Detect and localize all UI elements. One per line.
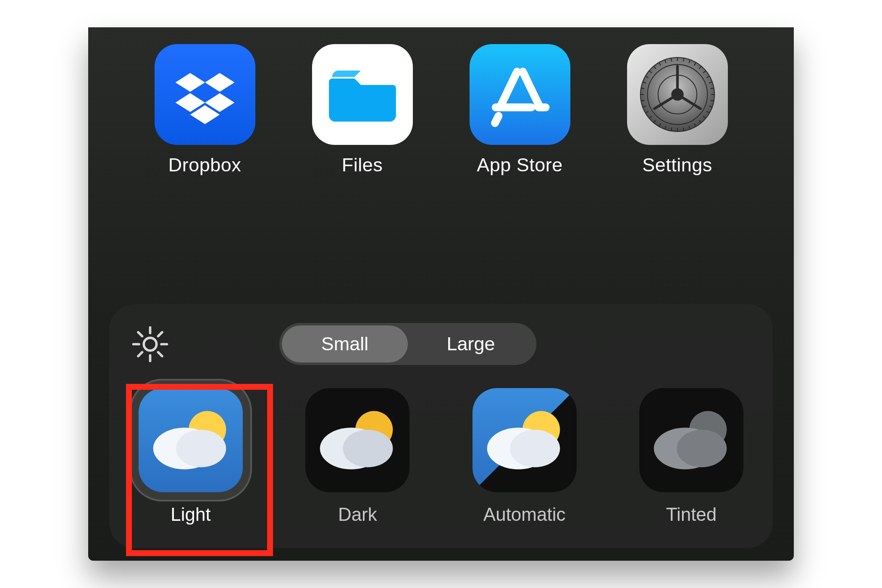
app-label: Settings [642, 154, 712, 176]
theme-option-tinted[interactable]: Tinted [639, 388, 743, 525]
svg-line-46 [641, 88, 644, 89]
appstore-icon [470, 44, 570, 145]
svg-line-28 [710, 100, 714, 101]
icon-size-segmented: Small Large [279, 323, 536, 365]
svg-line-19 [683, 58, 683, 61]
dropbox-icon [155, 44, 255, 145]
theme-option-light[interactable]: Light [139, 388, 243, 525]
svg-line-9 [495, 116, 499, 123]
settings-icon [627, 44, 728, 145]
app-icon-row: Dropbox Files [88, 44, 794, 176]
svg-point-54 [144, 338, 156, 350]
svg-marker-1 [205, 73, 234, 92]
app-label: App Store [477, 154, 563, 176]
files-icon [312, 44, 413, 145]
theme-label: Dark [338, 504, 377, 525]
theme-label: Tinted [666, 504, 717, 525]
tray-top-row: Small Large [130, 323, 752, 365]
svg-line-53 [671, 58, 671, 61]
app-label: Dropbox [168, 154, 242, 176]
segment-small[interactable]: Small [282, 326, 408, 362]
weather-tinted-icon [639, 388, 743, 492]
svg-line-61 [158, 332, 163, 336]
weather-dark-icon [305, 388, 410, 492]
svg-marker-0 [175, 73, 205, 92]
svg-point-71 [510, 430, 560, 467]
svg-point-68 [343, 430, 393, 467]
svg-line-59 [138, 332, 142, 336]
svg-point-17 [671, 88, 683, 100]
segment-large[interactable]: Large [408, 326, 534, 362]
home-screen-customize-panel: Dropbox Files [88, 27, 794, 561]
weather-light-icon [139, 388, 243, 492]
app-files[interactable]: Files [312, 44, 413, 176]
svg-line-62 [138, 352, 142, 356]
app-dropbox[interactable]: Dropbox [155, 44, 255, 176]
brightness-icon[interactable] [130, 324, 170, 364]
theme-row: Light Dark [130, 388, 752, 525]
customize-tray: Small Large Light [109, 304, 773, 548]
theme-option-dark[interactable]: Dark [305, 388, 410, 525]
svg-line-37 [671, 128, 671, 131]
svg-line-60 [158, 352, 163, 356]
svg-line-6 [522, 72, 540, 108]
svg-line-5 [500, 72, 517, 108]
app-settings[interactable]: Settings [627, 44, 728, 176]
weather-automatic-icon [472, 388, 577, 492]
svg-point-65 [176, 430, 226, 467]
app-label: Files [342, 154, 383, 176]
theme-option-automatic[interactable]: Automatic [472, 388, 577, 525]
svg-line-44 [641, 100, 644, 101]
theme-label: Automatic [483, 504, 566, 525]
svg-point-74 [677, 430, 727, 467]
svg-line-26 [710, 88, 714, 89]
svg-line-35 [683, 128, 683, 131]
app-appstore[interactable]: App Store [470, 44, 570, 176]
theme-label: Light [171, 504, 210, 525]
